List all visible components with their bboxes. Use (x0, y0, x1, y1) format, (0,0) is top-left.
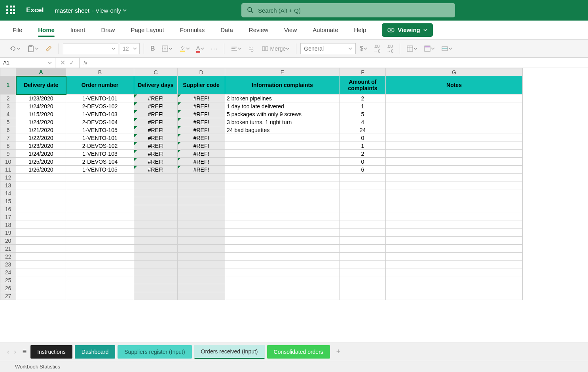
row-header[interactable]: 9 (0, 150, 16, 158)
cell[interactable] (340, 276, 386, 284)
borders-button[interactable] (159, 43, 175, 54)
cell[interactable] (178, 189, 225, 197)
row-header[interactable]: 1 (0, 76, 16, 94)
cell[interactable]: 1/15/2020 (16, 110, 66, 118)
cell[interactable] (134, 174, 178, 181)
cell[interactable] (66, 284, 134, 292)
cell[interactable] (66, 181, 134, 189)
workbook-stats[interactable]: Workbook Statistics (15, 364, 60, 370)
row-header[interactable]: 22 (0, 253, 16, 261)
cell[interactable] (66, 253, 134, 261)
row-header[interactable]: 25 (0, 276, 16, 284)
cell[interactable] (134, 276, 178, 284)
cell[interactable]: 5 (340, 110, 386, 118)
cell[interactable] (134, 213, 178, 221)
cell[interactable] (225, 189, 340, 197)
cell[interactable] (16, 189, 66, 197)
prev-sheet-arrow[interactable]: ‹ (5, 346, 11, 358)
cell[interactable]: #REF! (178, 142, 225, 150)
bold-button[interactable]: B (148, 43, 157, 54)
format-painter-button[interactable] (43, 43, 55, 54)
row-header[interactable]: 4 (0, 110, 16, 118)
cell[interactable] (386, 142, 523, 150)
cell[interactable] (66, 245, 134, 253)
cell[interactable]: #REF! (134, 126, 178, 134)
cell[interactable]: 1-VENTO-103 (66, 150, 134, 158)
cell[interactable]: #REF! (134, 150, 178, 158)
cell[interactable] (340, 221, 386, 229)
cell[interactable] (178, 213, 225, 221)
cell[interactable] (386, 174, 523, 181)
cell[interactable] (134, 261, 178, 268)
tab-review[interactable]: Review (241, 21, 276, 39)
cell[interactable] (225, 261, 340, 268)
cell[interactable]: 2-DEVOS-104 (66, 118, 134, 126)
cell[interactable] (66, 213, 134, 221)
cell[interactable] (134, 181, 178, 189)
row-header[interactable]: 8 (0, 142, 16, 150)
row-header[interactable]: 21 (0, 245, 16, 253)
cell[interactable] (66, 261, 134, 268)
cell[interactable] (340, 181, 386, 189)
cell[interactable] (178, 174, 225, 181)
cell[interactable] (386, 110, 523, 118)
name-box[interactable]: A1 (0, 58, 55, 68)
cell[interactable]: 2 (340, 94, 386, 102)
cell[interactable] (340, 261, 386, 268)
cell[interactable]: 1/22/2020 (16, 134, 66, 142)
row-header[interactable]: 5 (0, 118, 16, 126)
cell[interactable] (386, 213, 523, 221)
tab-formulas[interactable]: Formulas (172, 21, 213, 39)
cell[interactable]: 0 (340, 158, 386, 166)
cell[interactable] (134, 253, 178, 261)
cell[interactable]: 1/23/2020 (16, 94, 66, 102)
cell[interactable] (225, 166, 340, 174)
cell[interactable] (340, 205, 386, 213)
cell[interactable]: #REF! (134, 102, 178, 110)
row-header[interactable]: 23 (0, 261, 16, 268)
col-header-F[interactable]: F (340, 68, 386, 76)
sheet-tab-orders[interactable]: Orders received (Input) (194, 345, 265, 359)
row-header[interactable]: 27 (0, 292, 16, 300)
row-header[interactable]: 15 (0, 197, 16, 205)
cell[interactable]: 0 (340, 134, 386, 142)
increase-decimal-button[interactable]: .00←0 (371, 42, 383, 55)
cell[interactable] (225, 197, 340, 205)
format-table-button[interactable] (421, 43, 437, 54)
next-sheet-arrow[interactable]: › (11, 346, 18, 358)
cell[interactable] (178, 261, 225, 268)
cell[interactable]: #REF! (134, 158, 178, 166)
cell[interactable]: 1/24/2020 (16, 150, 66, 158)
cell[interactable]: #REF! (178, 134, 225, 142)
cell[interactable] (225, 134, 340, 142)
document-mode[interactable]: - View-only (92, 7, 127, 14)
cell[interactable]: 1 (340, 102, 386, 110)
cell[interactable] (225, 292, 340, 300)
cell[interactable]: 1/24/2020 (16, 102, 66, 110)
cell[interactable]: 1-VENTO-105 (66, 126, 134, 134)
sheet-tab-instructions[interactable]: Instructions (30, 345, 72, 359)
cell[interactable]: 1/24/2020 (16, 118, 66, 126)
cell[interactable] (386, 205, 523, 213)
row-header[interactable]: 7 (0, 134, 16, 142)
cell[interactable] (386, 102, 523, 110)
tab-data[interactable]: Data (212, 21, 241, 39)
row-header[interactable]: 26 (0, 284, 16, 292)
cell[interactable] (225, 174, 340, 181)
cell[interactable] (16, 284, 66, 292)
row-header[interactable]: 14 (0, 189, 16, 197)
col-header-A[interactable]: A (16, 68, 66, 76)
cell[interactable]: 24 (340, 126, 386, 134)
tab-draw[interactable]: Draw (93, 21, 123, 39)
cell[interactable]: #REF! (134, 134, 178, 142)
cell[interactable] (134, 197, 178, 205)
align-button[interactable] (228, 43, 244, 54)
cell[interactable]: 2-DEVOS-104 (66, 158, 134, 166)
cell[interactable] (66, 292, 134, 300)
app-launcher-icon[interactable] (6, 6, 16, 15)
cell[interactable]: #REF! (178, 166, 225, 174)
cell[interactable] (134, 205, 178, 213)
tab-automate[interactable]: Automate (305, 21, 346, 39)
cell[interactable] (386, 197, 523, 205)
cell[interactable]: #REF! (178, 118, 225, 126)
